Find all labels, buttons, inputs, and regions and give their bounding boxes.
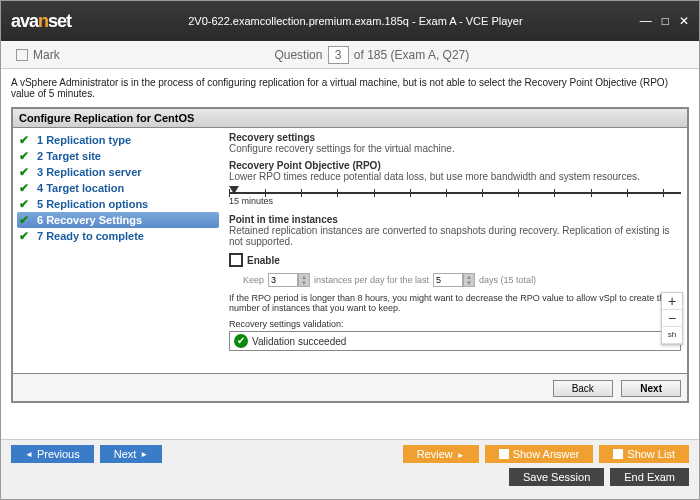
recovery-sub: Configure recovery settings for the virt… [229, 143, 681, 154]
step-target-location[interactable]: ✔4 Target location [13, 180, 223, 196]
zoom-sh[interactable]: sh [662, 327, 682, 344]
show-answer-button[interactable]: Show Answer [485, 445, 594, 463]
pit-sub: Retained replication instances are conve… [229, 225, 681, 247]
maximize-icon[interactable]: □ [662, 14, 669, 28]
check-icon: ✔ [19, 165, 33, 179]
wizard-steps: ✔1 Replication type ✔2 Target site ✔3 Re… [13, 128, 223, 373]
footer: Previous Next Review Show Answer Show Li… [1, 439, 699, 499]
question-bar: Mark Question 3 of 185 (Exam A, Q27) [1, 41, 699, 69]
title-bar: avanset 2V0-622.examcollection.premium.e… [1, 1, 699, 41]
step-replication-type[interactable]: ✔1 Replication type [13, 132, 223, 148]
enable-checkbox[interactable] [229, 253, 243, 267]
window-controls: — □ ✕ [640, 14, 689, 28]
spinner-icon[interactable]: ▲▼ [298, 273, 310, 287]
slider-track[interactable] [229, 192, 681, 194]
step-replication-options[interactable]: ✔5 Replication options [13, 196, 223, 212]
next-button[interactable]: Next [621, 380, 681, 397]
close-icon[interactable]: ✕ [679, 14, 689, 28]
check-icon: ✔ [19, 181, 33, 195]
check-icon: ✔ [19, 133, 33, 147]
rpo-slider[interactable]: 15 minutes 15 minutes [229, 192, 681, 206]
end-exam-button[interactable]: End Exam [610, 468, 689, 486]
window-title: 2V0-622.examcollection.premium.exam.185q… [71, 15, 640, 27]
check-icon: ✔ [19, 149, 33, 163]
question-indicator: Question 3 of 185 (Exam A, Q27) [60, 46, 684, 64]
wizard-content: Recovery settings Configure recovery set… [223, 128, 687, 373]
step-ready-complete[interactable]: ✔7 Ready to complete [13, 228, 223, 244]
slider-thumb[interactable] [229, 186, 239, 194]
app-logo: avanset [11, 11, 71, 32]
minimize-icon[interactable]: — [640, 14, 652, 28]
recovery-title: Recovery settings [229, 132, 681, 143]
mark-label: Mark [33, 48, 60, 62]
back-button[interactable]: Back [553, 380, 613, 397]
pit-title: Point in time instances [229, 214, 681, 225]
square-icon [613, 449, 623, 459]
review-button[interactable]: Review [403, 445, 479, 463]
rpo-sub: Lower RPO times reduce potential data lo… [229, 171, 681, 182]
check-icon: ✔ [19, 197, 33, 211]
mark-checkbox[interactable] [16, 49, 28, 61]
question-text: A vSphere Administrator is in the proces… [1, 69, 699, 107]
show-list-button[interactable]: Show List [599, 445, 689, 463]
config-title: Configure Replication for CentOS [13, 109, 687, 128]
step-recovery-settings[interactable]: ✔6 Recovery Settings [17, 212, 219, 228]
zoom-in-icon[interactable]: + [662, 293, 682, 310]
days-spinner[interactable]: ▲▼ [433, 273, 475, 287]
next-nav-button[interactable]: Next [100, 445, 163, 463]
check-icon: ✔ [19, 213, 33, 227]
zoom-control: + − sh [661, 292, 683, 345]
step-target-site[interactable]: ✔2 Target site [13, 148, 223, 164]
wizard-buttons: Back Next [13, 373, 687, 401]
rpo-note: If the RPO period is longer than 8 hours… [229, 293, 681, 313]
enable-row: Enable [229, 253, 681, 267]
success-icon: ✔ [234, 334, 248, 348]
step-replication-server[interactable]: ✔3 Replication server [13, 164, 223, 180]
validation-label: Recovery settings validation: [229, 319, 681, 329]
check-icon: ✔ [19, 229, 33, 243]
validation-row: ✔ Validation succeeded [229, 331, 681, 351]
save-session-button[interactable]: Save Session [509, 468, 604, 486]
square-icon [499, 449, 509, 459]
enable-label: Enable [247, 255, 280, 266]
spinner-icon[interactable]: ▲▼ [463, 273, 475, 287]
keep-row: Keep ▲▼ instances per day for the last ▲… [243, 273, 681, 287]
keep-spinner[interactable]: ▲▼ [268, 273, 310, 287]
prev-button[interactable]: Previous [11, 445, 94, 463]
rpo-title: Recovery Point Objective (RPO) [229, 160, 681, 171]
config-panel: Configure Replication for CentOS ✔1 Repl… [11, 107, 689, 403]
slider-value: 15 minutes [229, 196, 681, 206]
question-number: 3 [328, 46, 349, 64]
validation-msg: Validation succeeded [252, 336, 346, 347]
zoom-out-icon[interactable]: − [662, 310, 682, 327]
